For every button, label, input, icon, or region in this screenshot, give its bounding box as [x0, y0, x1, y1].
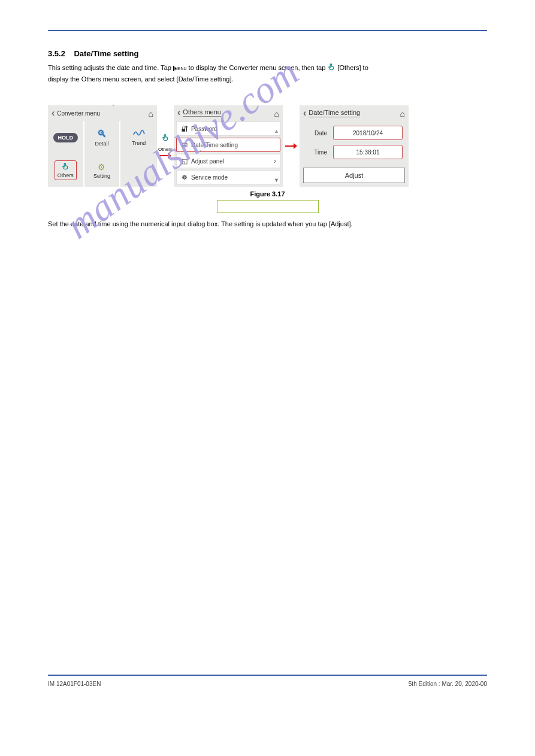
- intro-text-2: to display the Converter menu screen, th…: [189, 64, 328, 71]
- others-list: 🔐︎ Password 📅︎ Date/Time setting ◱ Adjus…: [174, 120, 283, 187]
- section-title: 3.5.2 Date/Time setting: [48, 49, 487, 58]
- page: 3.5.2 Date/Time setting This setting adj…: [0, 0, 535, 711]
- converter-grid: HOLD 🔍︎ Detail Trend: [48, 121, 157, 187]
- service-icon: ☸: [180, 174, 189, 181]
- home-icon[interactable]: ⌂: [400, 109, 405, 119]
- section-number: 3.5.2: [48, 49, 65, 58]
- magnifier-icon: 🔍︎: [97, 129, 107, 139]
- converter-menu-screen: ‹ Converter menu ⌂ HOLD 🔍︎ Detail: [48, 105, 157, 187]
- home-icon[interactable]: ⌂: [274, 109, 279, 119]
- footer: IM 12A01F01-03EN 5th Edition : Mar. 20, …: [48, 681, 487, 687]
- password-item[interactable]: 🔐︎ Password: [176, 122, 280, 136]
- gear-icon: ⚙: [98, 162, 105, 172]
- screen-title: Converter menu: [57, 110, 100, 117]
- intro-text-3: [Others] to: [337, 64, 368, 71]
- adjust-panel-label: Adjust panel: [191, 158, 224, 165]
- panel-icon: ◱: [180, 157, 189, 165]
- screen-title: Others menu: [183, 108, 221, 117]
- adjust-panel-item[interactable]: ◱ Adjust panel ›: [176, 154, 280, 168]
- hold-button[interactable]: HOLD: [48, 121, 84, 154]
- service-mode-item[interactable]: ☸ Service mode: [176, 170, 280, 184]
- green-box: [217, 200, 319, 213]
- time-field[interactable]: 15:38:01: [333, 145, 403, 159]
- password-label: Password: [191, 126, 217, 132]
- hand-tap-icon: [161, 133, 170, 144]
- note-text: Set the date and time using the numerica…: [48, 219, 487, 229]
- scroll-down-icon[interactable]: ▼: [274, 177, 279, 183]
- others-mini-label: Others: [158, 147, 173, 152]
- datetime-body: Date 2018/10/24 Time 15:38:01: [300, 121, 409, 164]
- service-mode-label: Service mode: [191, 174, 228, 181]
- date-value: 2018/10/24: [353, 130, 383, 136]
- screens-row: ‹ Converter menu ⌂ HOLD 🔍︎ Detail: [48, 105, 487, 187]
- calendar-icon: 📅︎: [180, 141, 189, 148]
- detail-button[interactable]: 🔍︎ Detail: [84, 121, 121, 154]
- arrow-connector: [285, 142, 297, 150]
- hand-tap-icon: [61, 162, 69, 172]
- scroll-up-icon[interactable]: ▲: [274, 128, 279, 134]
- top-rule: [48, 30, 487, 31]
- detail-label: Detail: [95, 141, 108, 147]
- date-field[interactable]: 2018/10/24: [333, 126, 403, 140]
- intro-text-4: display the Others menu screen, and sele…: [48, 75, 234, 83]
- menu-icon: MENU: [173, 66, 187, 71]
- arrow-right-icon: [159, 152, 171, 159]
- back-icon[interactable]: ‹: [52, 108, 55, 119]
- screens-container: MENU ‹ Converter menu ⌂ HOLD 🔍︎ D: [48, 105, 487, 187]
- bottom-rule: [48, 675, 487, 676]
- hold-pill: HOLD: [53, 133, 78, 142]
- datetime-setting-screen: ‹ Date/Time setting ⌂ Date 2018/10/24 Ti…: [300, 105, 409, 187]
- edition: 5th Edition : Mar. 20, 2020-00: [409, 681, 487, 687]
- datetime-label: Date/Time setting: [191, 142, 238, 148]
- hand-tap-icon: [327, 63, 335, 74]
- setting-button[interactable]: ⚙ Setting: [84, 154, 121, 187]
- lock-icon: 🔐︎: [180, 125, 189, 132]
- doc-id: IM 12A01F01-03EN: [48, 681, 101, 687]
- setting-label: Setting: [93, 173, 110, 179]
- caption-text: Figure 3.17: [250, 190, 285, 198]
- date-label: Date: [306, 130, 327, 136]
- time-value: 15:38:01: [356, 149, 380, 156]
- intro-paragraph: This setting adjusts the date and time. …: [48, 63, 487, 84]
- others-menu-screen: ‹ Others menu ⌂ 🔐︎ Password 📅︎ Date/Time…: [174, 105, 283, 187]
- adjust-button[interactable]: Adjust: [303, 168, 405, 183]
- trend-label: Trend: [132, 140, 146, 146]
- svg-marker-3: [294, 143, 297, 149]
- back-icon[interactable]: ‹: [177, 107, 180, 118]
- screen-header: ‹ Converter menu ⌂: [48, 105, 157, 121]
- others-label: Others: [58, 172, 74, 178]
- trend-icon: [133, 129, 145, 139]
- chevron-right-icon: ›: [274, 157, 276, 165]
- home-icon[interactable]: ⌂: [149, 109, 153, 119]
- figure-caption: Figure 3.17: [48, 190, 487, 213]
- time-label: Time: [306, 149, 327, 156]
- adjust-label: Adjust: [345, 172, 364, 179]
- trend-button[interactable]: Trend: [120, 121, 157, 154]
- screen-title: Date/Time setting: [309, 109, 360, 117]
- others-button[interactable]: Others: [48, 154, 84, 187]
- arrow-connector: Others: [159, 133, 171, 159]
- svg-marker-1: [168, 153, 171, 159]
- spacer: [48, 232, 487, 675]
- empty-cell: [120, 154, 157, 187]
- datetime-item[interactable]: 📅︎ Date/Time setting: [176, 138, 280, 152]
- time-row: Time 15:38:01: [306, 145, 403, 159]
- screen-header: ‹ Date/Time setting ⌂: [300, 105, 409, 121]
- screen-header: ‹ Others menu ⌂: [174, 105, 283, 120]
- others-highlight: Others: [55, 160, 77, 180]
- arrow-right-icon: [285, 142, 297, 150]
- section-heading: Date/Time setting: [74, 49, 138, 58]
- intro-text-1: This setting adjusts the date and time. …: [48, 64, 173, 71]
- date-row: Date 2018/10/24: [306, 126, 403, 140]
- back-icon[interactable]: ‹: [303, 108, 306, 119]
